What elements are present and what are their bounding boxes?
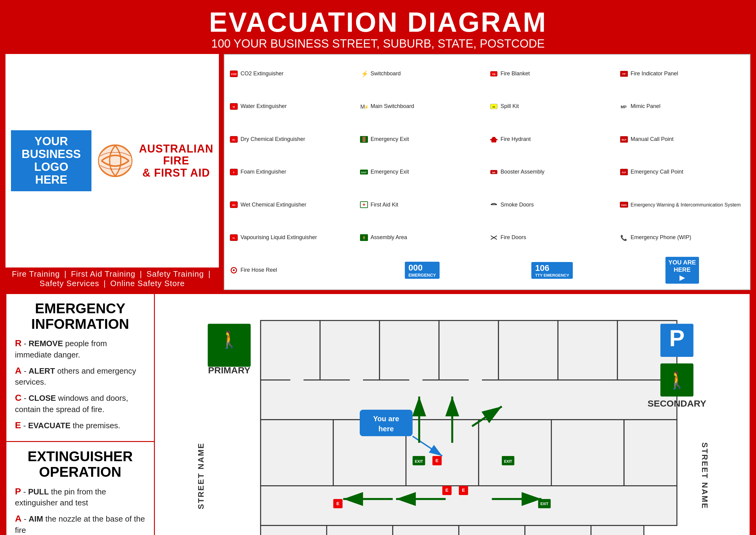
svg-text:📞: 📞	[620, 235, 627, 241]
hose-reel-icon	[229, 266, 239, 274]
svg-rect-53	[558, 321, 617, 380]
svg-text:E: E	[436, 458, 439, 463]
pass-p: P - PULL the pin from the extinguisher a…	[15, 485, 146, 508]
assembly-icon: 🧍	[359, 233, 369, 242]
svg-rect-52	[499, 321, 558, 380]
legend-assembly: 🧍 Assembly Area	[359, 221, 486, 253]
fire-doors-icon	[489, 233, 499, 242]
svg-text:ECP: ECP	[622, 171, 626, 174]
map-area: STREET NAME STREET NAME	[155, 293, 750, 535]
svg-rect-60	[552, 420, 624, 486]
svg-text:CO2: CO2	[231, 72, 237, 76]
svg-text:🚶: 🚶	[667, 370, 688, 390]
emergency-000: 000 EMERGENCY	[405, 262, 440, 279]
race-a: A - ALERT others and emergency services.	[15, 364, 146, 388]
legend-dry-chem: DC Dry Chemical Extinguisher	[229, 123, 356, 155]
svg-text:EWIS: EWIS	[621, 204, 627, 206]
main-switchboard-icon: M⚡	[359, 102, 369, 111]
svg-rect-51	[439, 321, 499, 380]
svg-rect-59	[479, 420, 551, 486]
smoke-doors-icon	[489, 200, 499, 209]
legend-vapour-ext: VL Vapourising Liquid Extinguisher	[229, 221, 356, 253]
legend-smoke-doors: Smoke Doors	[489, 189, 616, 221]
emerg-phone-icon: 📞	[619, 233, 629, 242]
emergency-info-title: EMERGENCYINFORMATION	[15, 301, 146, 331]
emerg-exit-text-icon: EXIT	[359, 168, 369, 176]
svg-text:E: E	[336, 501, 339, 506]
tagline-safety-services: Safety Services	[40, 279, 99, 288]
svg-text:EXIT: EXIT	[504, 459, 512, 464]
company-logo-graphic	[97, 144, 134, 178]
svg-rect-65	[392, 525, 459, 535]
emerg-exit-green-icon: 🚪	[359, 135, 369, 144]
street-name-left: STREET NAME	[196, 442, 206, 509]
legend-water-ext: W Water Extinguisher	[229, 90, 356, 122]
emergency-106-wrap: 106 TTY EMERGENCY	[489, 254, 616, 286]
svg-rect-21	[492, 137, 495, 139]
svg-rect-56	[261, 420, 333, 486]
header-address: 100 YOUR BUSINESS STREET, SUBURB, STATE,…	[6, 37, 750, 50]
svg-rect-20	[491, 138, 496, 142]
legend-wet-chem: WC Wet Chemical Extinguisher	[229, 189, 356, 221]
fire-hydrant-icon	[489, 135, 499, 144]
map-container: STREET NAME STREET NAME	[155, 294, 750, 535]
legend-switchboard: ⚡ Switchboard	[359, 58, 486, 90]
race-r: R - REMOVE people from immediate danger.	[15, 337, 146, 360]
tagline-fire-training: Fire Training	[12, 269, 60, 278]
floor-plan-svg: 🚶 PRIMARY P 🚶 SECONDARY You are here	[155, 294, 750, 535]
svg-rect-58	[406, 420, 479, 486]
svg-text:E: E	[446, 488, 448, 493]
tagline-safety-training: Safety Training	[147, 269, 204, 278]
legend-fire-blanket: FB Fire Blanket	[489, 58, 616, 90]
svg-text:⚡: ⚡	[364, 105, 368, 110]
legend-hose-reel: Fire Hose Reel	[229, 254, 356, 286]
svg-rect-48	[261, 321, 320, 380]
svg-rect-61	[624, 420, 677, 486]
mimic-icon: MP	[619, 102, 629, 111]
pass-a: A - AIM the nozzle at the base of the fi…	[15, 512, 146, 535]
svg-text:🧍: 🧍	[362, 235, 367, 240]
page-inner: EVACUATION DIAGRAM 100 YOUR BUSINESS STR…	[6, 6, 750, 529]
header-row: YOUR BUSINESS LOGO HERE	[6, 54, 750, 290]
logo-area-wrap: YOUR BUSINESS LOGO HERE	[6, 54, 219, 290]
svg-rect-63	[261, 525, 327, 535]
legend-emerg-call: ECP Emergency Call Point	[619, 156, 746, 188]
svg-text:You are: You are	[373, 414, 399, 423]
legend-emerg-exit-green: 🚪 Emergency Exit	[359, 123, 486, 155]
legend-co2: CO2 CO2 Extinguisher	[229, 58, 356, 90]
legend-fire-hydrant: Fire Hydrant	[489, 123, 616, 155]
legend-foam-ext: F Foam Extinguisher	[229, 156, 356, 188]
emergency-numbers: 000 EMERGENCY	[359, 254, 486, 286]
svg-rect-22	[490, 139, 492, 140]
legend-booster: BA Booster Assembly	[489, 156, 616, 188]
booster-icon: BA	[489, 168, 499, 176]
page-outer: EVACUATION DIAGRAM 100 YOUR BUSINESS STR…	[0, 0, 756, 535]
legend-first-aid: + First Aid Kit	[359, 189, 486, 221]
svg-text:F: F	[233, 171, 235, 174]
switchboard-icon: ⚡	[359, 70, 369, 78]
company-name: AUSTRALIAN FIRE & FIRST AID	[139, 143, 213, 179]
svg-rect-50	[380, 321, 439, 380]
svg-point-47	[233, 269, 235, 271]
first-aid-icon: +	[359, 200, 369, 209]
ewis-icon: EWIS	[619, 200, 629, 209]
svg-text:⚡: ⚡	[361, 70, 368, 77]
svg-text:PRIMARY: PRIMARY	[208, 365, 251, 375]
svg-text:W: W	[232, 105, 235, 108]
company-logo	[97, 144, 134, 178]
legend-spill-kit: SK Spill Kit	[489, 90, 616, 122]
emergency-106: 106 TTY EMERGENCY	[531, 262, 573, 279]
svg-rect-62	[261, 486, 677, 525]
svg-text:DC: DC	[232, 139, 235, 141]
legend-mimic: MP Mimic Panel	[619, 90, 746, 122]
main-body: EMERGENCYINFORMATION R - REMOVE people f…	[6, 293, 750, 535]
svg-text:VL: VL	[232, 237, 236, 239]
tagline-first-aid: First Aid Training	[71, 269, 136, 278]
svg-rect-55	[261, 380, 677, 420]
emergency-info-section: EMERGENCYINFORMATION R - REMOVE people f…	[6, 294, 154, 442]
svg-text:+: +	[363, 202, 365, 207]
tagline-online-store: Online Safety Store	[110, 279, 185, 288]
legend-manual-call: MCP Manual Call Point	[619, 123, 746, 155]
svg-text:🚪: 🚪	[361, 136, 367, 142]
svg-text:BA: BA	[492, 171, 495, 174]
